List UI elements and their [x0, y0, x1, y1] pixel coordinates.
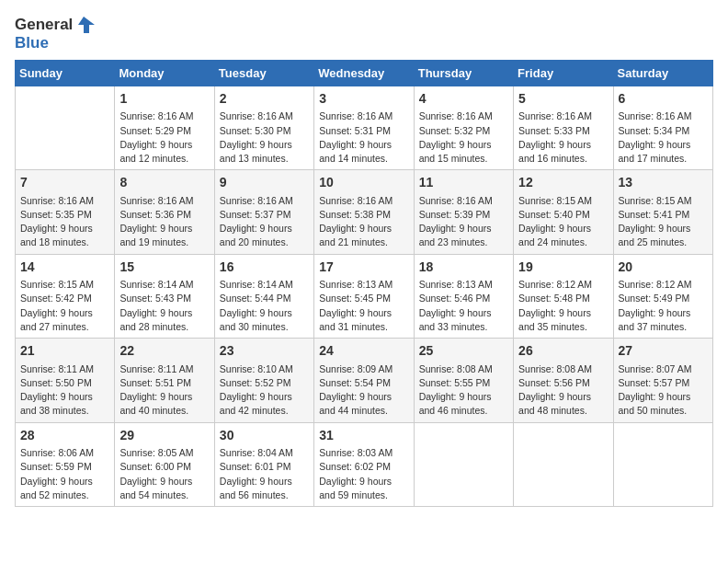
day-number: 23 [220, 342, 309, 361]
day-info: Sunrise: 8:16 AM Sunset: 5:32 PM Dayligh… [419, 109, 508, 166]
week-row-1: 1Sunrise: 8:16 AM Sunset: 5:29 PM Daylig… [16, 86, 713, 169]
day-cell-3: 3Sunrise: 8:16 AM Sunset: 5:31 PM Daylig… [314, 86, 414, 169]
day-cell-31: 31Sunrise: 8:03 AM Sunset: 6:02 PM Dayli… [314, 422, 414, 506]
logo-general: General [15, 17, 73, 34]
day-number: 26 [518, 342, 608, 361]
empty-cell [16, 86, 115, 169]
day-number: 24 [319, 342, 408, 361]
day-info: Sunrise: 8:09 AM Sunset: 5:54 PM Dayligh… [319, 362, 408, 419]
calendar-table: SundayMondayTuesdayWednesdayThursdayFrid… [15, 60, 713, 507]
column-header-tuesday: Tuesday [214, 60, 313, 86]
day-number: 10 [319, 174, 408, 192]
day-cell-15: 15Sunrise: 8:14 AM Sunset: 5:43 PM Dayli… [115, 254, 214, 338]
day-cell-13: 13Sunrise: 8:15 AM Sunset: 5:41 PM Dayli… [613, 170, 712, 254]
day-cell-8: 8Sunrise: 8:16 AM Sunset: 5:36 PM Daylig… [115, 170, 214, 254]
day-info: Sunrise: 8:15 AM Sunset: 5:42 PM Dayligh… [20, 278, 109, 334]
day-info: Sunrise: 8:14 AM Sunset: 5:44 PM Dayligh… [220, 278, 309, 334]
day-info: Sunrise: 8:15 AM Sunset: 5:40 PM Dayligh… [518, 194, 608, 250]
day-number: 30 [220, 427, 309, 445]
day-number: 17 [319, 259, 408, 277]
day-info: Sunrise: 8:11 AM Sunset: 5:50 PM Dayligh… [20, 362, 109, 419]
day-number: 18 [419, 259, 508, 277]
day-info: Sunrise: 8:13 AM Sunset: 5:45 PM Dayligh… [319, 278, 408, 334]
day-number: 28 [20, 427, 109, 445]
column-header-wednesday: Wednesday [314, 60, 414, 86]
day-info: Sunrise: 8:08 AM Sunset: 5:55 PM Dayligh… [419, 362, 508, 419]
day-number: 20 [619, 259, 708, 277]
logo-blue: Blue [15, 35, 95, 52]
day-info: Sunrise: 8:11 AM Sunset: 5:51 PM Dayligh… [119, 362, 209, 419]
day-number: 25 [419, 342, 508, 361]
empty-cell [613, 422, 712, 506]
day-number: 31 [319, 427, 408, 445]
day-number: 13 [619, 174, 708, 192]
column-header-monday: Monday [115, 60, 214, 86]
week-row-2: 7Sunrise: 8:16 AM Sunset: 5:35 PM Daylig… [16, 170, 713, 254]
day-info: Sunrise: 8:13 AM Sunset: 5:46 PM Dayligh… [419, 278, 508, 334]
day-cell-30: 30Sunrise: 8:04 AM Sunset: 6:01 PM Dayli… [214, 422, 313, 506]
column-header-sunday: Sunday [16, 60, 115, 86]
day-number: 12 [518, 174, 608, 192]
day-cell-19: 19Sunrise: 8:12 AM Sunset: 5:48 PM Dayli… [514, 254, 613, 338]
day-cell-26: 26Sunrise: 8:08 AM Sunset: 5:56 PM Dayli… [514, 339, 613, 422]
day-number: 11 [419, 174, 508, 192]
day-cell-17: 17Sunrise: 8:13 AM Sunset: 5:45 PM Dayli… [314, 254, 414, 338]
day-info: Sunrise: 8:16 AM Sunset: 5:34 PM Dayligh… [619, 109, 708, 166]
day-info: Sunrise: 8:07 AM Sunset: 5:57 PM Dayligh… [619, 362, 708, 419]
day-cell-14: 14Sunrise: 8:15 AM Sunset: 5:42 PM Dayli… [16, 254, 115, 338]
week-row-4: 21Sunrise: 8:11 AM Sunset: 5:50 PM Dayli… [16, 339, 713, 422]
day-info: Sunrise: 8:16 AM Sunset: 5:33 PM Dayligh… [518, 109, 608, 166]
day-info: Sunrise: 8:16 AM Sunset: 5:39 PM Dayligh… [419, 194, 508, 250]
day-number: 2 [220, 90, 309, 109]
empty-cell [514, 422, 613, 506]
day-cell-9: 9Sunrise: 8:16 AM Sunset: 5:37 PM Daylig… [214, 170, 313, 254]
day-cell-6: 6Sunrise: 8:16 AM Sunset: 5:34 PM Daylig… [613, 86, 712, 169]
day-info: Sunrise: 8:16 AM Sunset: 5:35 PM Dayligh… [20, 194, 109, 250]
day-cell-24: 24Sunrise: 8:09 AM Sunset: 5:54 PM Dayli… [314, 339, 414, 422]
day-number: 21 [20, 342, 109, 361]
day-cell-2: 2Sunrise: 8:16 AM Sunset: 5:30 PM Daylig… [214, 86, 313, 169]
day-number: 3 [319, 90, 408, 109]
day-cell-18: 18Sunrise: 8:13 AM Sunset: 5:46 PM Dayli… [414, 254, 513, 338]
column-header-friday: Friday [514, 60, 613, 86]
column-header-saturday: Saturday [613, 60, 712, 86]
day-cell-28: 28Sunrise: 8:06 AM Sunset: 5:59 PM Dayli… [16, 422, 115, 506]
day-headers-row: SundayMondayTuesdayWednesdayThursdayFrid… [16, 60, 713, 86]
day-cell-12: 12Sunrise: 8:15 AM Sunset: 5:40 PM Dayli… [514, 170, 613, 254]
day-cell-23: 23Sunrise: 8:10 AM Sunset: 5:52 PM Dayli… [214, 339, 313, 422]
day-number: 4 [419, 90, 508, 109]
day-info: Sunrise: 8:03 AM Sunset: 6:02 PM Dayligh… [319, 446, 408, 502]
day-number: 29 [119, 427, 209, 445]
day-number: 5 [518, 90, 608, 109]
day-info: Sunrise: 8:04 AM Sunset: 6:01 PM Dayligh… [220, 446, 309, 502]
day-info: Sunrise: 8:05 AM Sunset: 6:00 PM Dayligh… [119, 446, 209, 502]
day-number: 9 [220, 174, 309, 192]
day-cell-4: 4Sunrise: 8:16 AM Sunset: 5:32 PM Daylig… [414, 86, 513, 169]
logo-mark: General Blue [15, 15, 95, 52]
day-cell-10: 10Sunrise: 8:16 AM Sunset: 5:38 PM Dayli… [314, 170, 414, 254]
day-cell-1: 1Sunrise: 8:16 AM Sunset: 5:29 PM Daylig… [115, 86, 214, 169]
day-info: Sunrise: 8:16 AM Sunset: 5:31 PM Dayligh… [319, 109, 408, 166]
svg-marker-0 [78, 17, 95, 33]
day-info: Sunrise: 8:16 AM Sunset: 5:37 PM Dayligh… [220, 194, 309, 250]
day-info: Sunrise: 8:15 AM Sunset: 5:41 PM Dayligh… [619, 194, 708, 250]
empty-cell [414, 422, 513, 506]
day-cell-27: 27Sunrise: 8:07 AM Sunset: 5:57 PM Dayli… [613, 339, 712, 422]
day-info: Sunrise: 8:12 AM Sunset: 5:48 PM Dayligh… [518, 278, 608, 334]
day-info: Sunrise: 8:06 AM Sunset: 5:59 PM Dayligh… [20, 446, 109, 502]
day-number: 7 [20, 174, 109, 192]
day-cell-25: 25Sunrise: 8:08 AM Sunset: 5:55 PM Dayli… [414, 339, 513, 422]
page-header: General Blue [15, 15, 713, 52]
day-info: Sunrise: 8:16 AM Sunset: 5:36 PM Dayligh… [119, 194, 209, 250]
day-cell-5: 5Sunrise: 8:16 AM Sunset: 5:33 PM Daylig… [514, 86, 613, 169]
day-cell-21: 21Sunrise: 8:11 AM Sunset: 5:50 PM Dayli… [16, 339, 115, 422]
day-cell-20: 20Sunrise: 8:12 AM Sunset: 5:49 PM Dayli… [613, 254, 712, 338]
day-cell-16: 16Sunrise: 8:14 AM Sunset: 5:44 PM Dayli… [214, 254, 313, 338]
day-number: 15 [119, 259, 209, 277]
day-number: 22 [119, 342, 209, 361]
day-info: Sunrise: 8:10 AM Sunset: 5:52 PM Dayligh… [220, 362, 309, 419]
week-row-5: 28Sunrise: 8:06 AM Sunset: 5:59 PM Dayli… [16, 422, 713, 506]
day-info: Sunrise: 8:08 AM Sunset: 5:56 PM Dayligh… [518, 362, 608, 419]
day-info: Sunrise: 8:16 AM Sunset: 5:30 PM Dayligh… [220, 109, 309, 166]
day-cell-22: 22Sunrise: 8:11 AM Sunset: 5:51 PM Dayli… [115, 339, 214, 422]
